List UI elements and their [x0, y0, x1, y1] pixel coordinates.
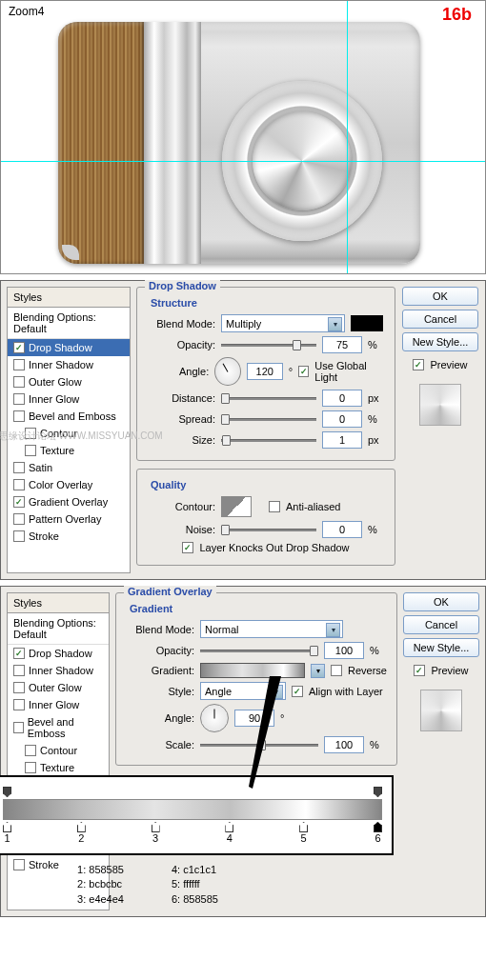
noise-input[interactable]: 0	[322, 521, 362, 538]
style-color-overlay[interactable]: Color Overlay	[8, 476, 130, 493]
style-bevel-emboss[interactable]: Bevel and Emboss	[8, 713, 109, 742]
blending-options[interactable]: Blending Options: Default	[8, 613, 109, 645]
style-drop-shadow[interactable]: Drop Shadow	[8, 645, 109, 662]
style-bevel-emboss[interactable]: Bevel and Emboss	[8, 408, 130, 425]
checkbox-icon[interactable]	[13, 530, 25, 542]
gradient-editor[interactable]: 1 2 3 4 5 6	[0, 775, 394, 855]
angle-dial[interactable]	[214, 357, 240, 386]
color-swatch[interactable]	[351, 315, 383, 331]
ok-button[interactable]: OK	[402, 287, 478, 306]
checkbox-icon[interactable]	[13, 393, 25, 405]
checkbox-icon[interactable]	[13, 648, 25, 659]
color-stop[interactable]: 5	[299, 822, 308, 844]
checkbox-icon[interactable]	[13, 699, 25, 710]
checkbox-icon[interactable]	[13, 479, 25, 490]
style-outer-glow[interactable]: Outer Glow	[8, 679, 109, 696]
new-style-button[interactable]: New Style...	[403, 638, 479, 657]
opacity-slider[interactable]	[221, 337, 316, 352]
reverse-checkbox[interactable]	[331, 665, 342, 676]
angle-input[interactable]: 120	[247, 363, 283, 380]
style-pattern-overlay[interactable]: Pattern Overlay	[8, 510, 130, 528]
antialias-checkbox[interactable]	[269, 501, 280, 512]
blend-mode-select[interactable]: Normal▾	[200, 620, 343, 638]
size-input[interactable]: 1	[322, 431, 362, 449]
spread-slider[interactable]	[221, 411, 316, 427]
style-gradient-overlay[interactable]: Gradient Overlay	[8, 493, 130, 510]
layer-style-dialog-gradient: Styles Blending Options: Default Drop Sh…	[0, 586, 486, 917]
angle-input[interactable]: 90	[234, 710, 274, 727]
label: Angle:	[147, 366, 209, 377]
style-outer-glow[interactable]: Outer Glow	[8, 373, 130, 390]
gradient-picker[interactable]	[200, 663, 305, 678]
opacity-input[interactable]: 100	[324, 642, 364, 659]
blending-options[interactable]: Blending Options: Default	[8, 308, 130, 339]
size-slider[interactable]	[221, 432, 316, 448]
preview-checkbox[interactable]	[413, 359, 424, 370]
style-drop-shadow[interactable]: Drop Shadow	[8, 339, 130, 356]
checkbox-icon[interactable]	[13, 496, 25, 508]
zoom-label: Zoom4	[9, 5, 44, 18]
label: Blend Mode:	[147, 318, 215, 330]
global-light-checkbox[interactable]	[298, 366, 309, 377]
contour-picker[interactable]	[221, 496, 252, 517]
preview-swatch	[419, 384, 461, 426]
drop-shadow-panel: Drop Shadow Structure Blend Mode: Multip…	[136, 287, 395, 573]
style-stroke[interactable]: Stroke	[8, 528, 130, 545]
checkbox-icon[interactable]	[13, 462, 25, 473]
cancel-button[interactable]: Cancel	[402, 310, 478, 329]
step-label: 16b	[442, 5, 472, 25]
style-contour[interactable]: Contour	[8, 742, 109, 759]
style-texture[interactable]: Texture	[8, 759, 109, 776]
style-inner-glow[interactable]: Inner Glow	[8, 390, 130, 408]
gradient-overlay-panel: Gradient Overlay Gradient Blend Mode: No…	[115, 592, 397, 910]
color-stop[interactable]: 6	[374, 822, 382, 844]
checkbox-icon[interactable]	[13, 682, 25, 693]
ok-button[interactable]: OK	[403, 592, 479, 611]
noise-slider[interactable]	[221, 522, 316, 537]
chevron-down-icon[interactable]: ▾	[311, 664, 325, 678]
style-texture[interactable]: Texture	[8, 442, 130, 459]
checkbox-icon[interactable]	[13, 359, 25, 370]
opacity-slider[interactable]	[200, 643, 318, 658]
checkbox-icon[interactable]	[13, 513, 25, 525]
opacity-stop-icon[interactable]	[374, 787, 382, 797]
checkbox-icon[interactable]	[25, 745, 36, 756]
align-checkbox[interactable]	[292, 686, 303, 697]
scale-slider[interactable]	[200, 737, 318, 752]
style-inner-glow[interactable]: Inner Glow	[8, 696, 109, 713]
knockout-checkbox[interactable]	[182, 542, 193, 553]
checkbox-icon[interactable]	[13, 410, 25, 422]
opacity-input[interactable]: 75	[322, 336, 362, 353]
checkbox-icon[interactable]	[25, 762, 36, 773]
checkbox-icon[interactable]	[25, 445, 36, 456]
scale-input[interactable]: 100	[324, 736, 364, 753]
style-satin[interactable]: Satin	[8, 459, 130, 476]
checkbox-icon[interactable]	[13, 665, 25, 676]
angle-dial[interactable]	[200, 704, 229, 732]
color-stop[interactable]: 1	[3, 822, 11, 844]
label: Contour:	[147, 501, 215, 512]
distance-input[interactable]: 0	[322, 390, 362, 407]
opacity-stop-icon[interactable]	[3, 787, 11, 797]
blend-mode-select[interactable]: Multiply▾	[221, 314, 345, 332]
style-inner-shadow[interactable]: Inner Shadow	[8, 356, 130, 373]
checkbox-icon[interactable]	[13, 376, 25, 388]
cancel-button[interactable]: Cancel	[403, 615, 479, 634]
label: Opacity:	[126, 645, 194, 656]
chevron-down-icon: ▾	[326, 623, 340, 637]
distance-slider[interactable]	[221, 390, 316, 406]
checkbox-icon[interactable]	[13, 722, 24, 733]
gradient-style-select[interactable]: Angle▾	[200, 682, 286, 700]
preview-checkbox[interactable]	[414, 665, 425, 676]
color-stop[interactable]: 4	[225, 822, 233, 844]
style-inner-shadow[interactable]: Inner Shadow	[8, 662, 109, 679]
checkbox-icon[interactable]	[13, 342, 25, 353]
checkbox-icon[interactable]	[13, 859, 25, 870]
spread-input[interactable]: 0	[322, 410, 362, 428]
label: Spread:	[147, 413, 215, 425]
color-stop[interactable]: 3	[152, 822, 160, 844]
color-stop[interactable]: 2	[77, 822, 86, 844]
gradient-strip[interactable]	[3, 799, 382, 820]
new-style-button[interactable]: New Style...	[402, 332, 478, 351]
dialog-buttons: OK Cancel New Style... Preview	[401, 287, 479, 573]
